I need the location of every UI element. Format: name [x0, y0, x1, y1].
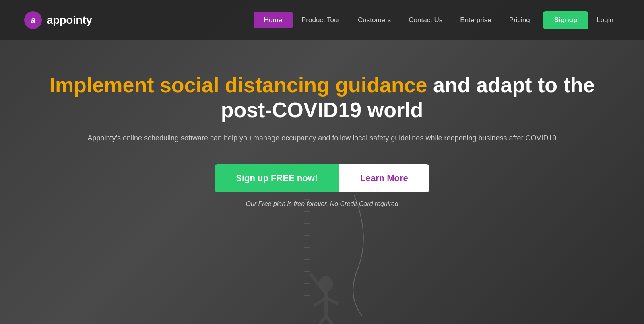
cta-buttons: Sign up FREE now! Learn More — [0, 164, 644, 192]
signup-button[interactable]: Signup — [543, 11, 589, 29]
hero-section: Implement social distancing guidance and… — [0, 40, 644, 208]
free-plan-note: Our Free plan is free forever. No Credit… — [0, 200, 644, 208]
svg-line-16 — [326, 316, 332, 324]
signup-cta-button[interactable]: Sign up FREE now! — [215, 164, 339, 192]
learn-more-button[interactable]: Learn More — [339, 164, 429, 192]
logo[interactable]: a appointy — [24, 11, 92, 29]
nav-enterprise[interactable]: Enterprise — [451, 13, 500, 27]
logo-icon: a — [24, 11, 42, 29]
nav-pricing[interactable]: Pricing — [500, 13, 539, 27]
hero-subtext: Appointy's online scheduling software ca… — [0, 132, 644, 144]
nav-contact-us[interactable]: Contact Us — [400, 13, 451, 27]
nav-home[interactable]: Home — [254, 12, 293, 28]
nav-customers[interactable]: Customers — [349, 13, 400, 27]
nav-links: Home Product Tour Customers Contact Us E… — [254, 11, 620, 29]
nav-product-tour[interactable]: Product Tour — [293, 13, 349, 27]
hero-headline: Implement social distancing guidance and… — [0, 72, 644, 123]
brand-name: appointy — [47, 14, 92, 27]
headline-highlight: Implement social distancing guidance — [49, 73, 427, 97]
login-link[interactable]: Login — [590, 13, 620, 27]
navbar: a appointy Home Product Tour Customers C… — [0, 0, 644, 40]
